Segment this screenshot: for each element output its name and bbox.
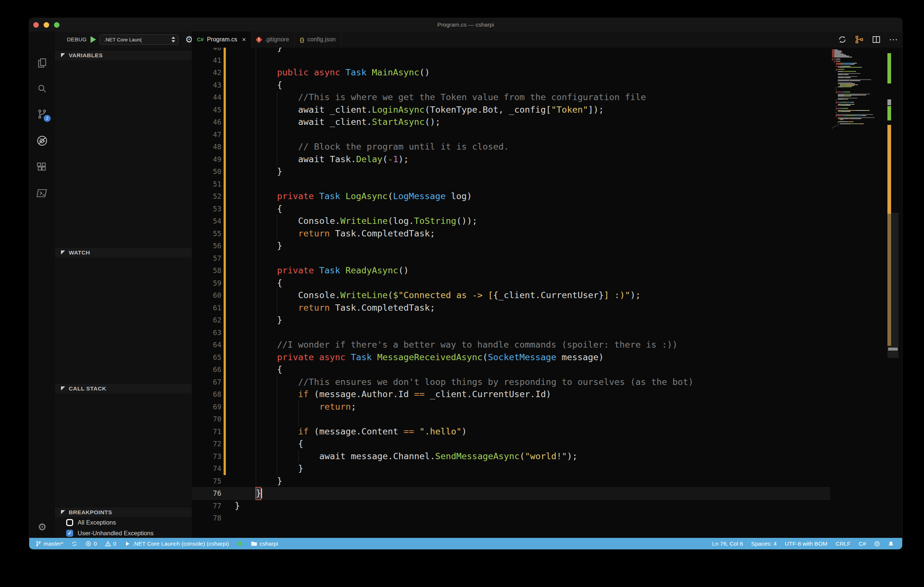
- code-line[interactable]: {: [277, 203, 282, 215]
- line-number[interactable]: 45: [199, 104, 221, 117]
- status-0[interactable]: 0: [101, 538, 120, 549]
- code-line[interactable]: //This ensures we don't loop things by r…: [298, 376, 694, 389]
- line-number[interactable]: 49: [199, 153, 221, 166]
- code-line[interactable]: // Block the program until it is closed.: [298, 141, 509, 153]
- status-bell[interactable]: [884, 538, 898, 549]
- status-utf-8-with-bom[interactable]: UTF-8 with BOM: [780, 538, 831, 549]
- extensions-icon[interactable]: [36, 161, 48, 173]
- debug-icon[interactable]: [36, 135, 48, 147]
- status-0[interactable]: 0: [81, 538, 101, 549]
- line-number[interactable]: 54: [199, 215, 221, 228]
- line-number[interactable]: 73: [199, 451, 221, 463]
- tab--gitignore[interactable]: .gitignore: [251, 31, 295, 48]
- launch-configuration-select[interactable]: .NET Core Laun(: [99, 35, 178, 45]
- line-number[interactable]: 74: [199, 462, 221, 475]
- checkbox-checked[interactable]: ✓: [66, 530, 73, 537]
- code-line[interactable]: //This is where we get the Token value f…: [298, 91, 646, 104]
- status-ln-76-col-6[interactable]: Ln 76, Col 6: [708, 538, 747, 549]
- source-control-icon[interactable]: 2: [36, 108, 48, 120]
- line-number[interactable]: 66: [199, 363, 221, 376]
- code-line[interactable]: await Task.Delay(-1);: [298, 153, 409, 166]
- code-line[interactable]: if (message.Content == ".hello"): [298, 426, 467, 438]
- line-number[interactable]: 55: [199, 228, 221, 240]
- code-line[interactable]: }: [235, 500, 240, 512]
- code-line[interactable]: {: [298, 438, 304, 451]
- line-number[interactable]: 57: [199, 252, 221, 265]
- status-net-core-launch-console-csharpi[interactable]: .NET Core Launch (console) (csharpi): [120, 538, 233, 549]
- line-number[interactable]: 78: [199, 512, 221, 525]
- code-line[interactable]: }: [277, 314, 282, 327]
- code-line[interactable]: }: [256, 487, 261, 500]
- code-line[interactable]: {: [277, 277, 282, 289]
- status-csharpi[interactable]: csharpi: [247, 538, 282, 549]
- code-line[interactable]: }: [298, 462, 304, 475]
- settings-gear-icon[interactable]: ⚙: [29, 521, 55, 533]
- section-breakpoints[interactable]: BREAKPOINTS: [55, 507, 192, 517]
- close-tab-icon[interactable]: ×: [242, 36, 246, 44]
- split-editor-icon[interactable]: [871, 35, 881, 45]
- line-number[interactable]: 40: [199, 48, 221, 54]
- code-line[interactable]: public async Task MainAsync(): [277, 66, 430, 79]
- line-number[interactable]: 44: [199, 91, 221, 104]
- editor-scrollbar[interactable]: [888, 213, 899, 358]
- line-number[interactable]: 58: [199, 265, 221, 277]
- line-number[interactable]: 52: [199, 190, 221, 203]
- code-line[interactable]: private Task LogAsync(LogMessage log): [277, 190, 472, 203]
- line-number[interactable]: 56: [199, 240, 221, 252]
- status-master[interactable]: master*: [31, 538, 67, 549]
- line-number[interactable]: 53: [199, 203, 221, 215]
- more-actions-icon[interactable]: ⋯: [888, 35, 899, 45]
- section-watch[interactable]: WATCH: [55, 247, 192, 258]
- line-number[interactable]: 48: [199, 141, 221, 153]
- code-line[interactable]: {: [277, 79, 282, 92]
- checkbox-unchecked[interactable]: [66, 519, 73, 526]
- code-line[interactable]: private Task ReadyAsync(): [277, 265, 409, 277]
- breakpoint-all-exceptions[interactable]: All Exceptions: [55, 518, 192, 528]
- line-number[interactable]: 77: [199, 500, 221, 512]
- status-sync[interactable]: [67, 538, 81, 549]
- breakpoint-user-unhandled[interactable]: ✓ User-Unhandled Exceptions: [55, 528, 192, 538]
- line-number[interactable]: 75: [199, 475, 221, 488]
- line-number[interactable]: 65: [199, 351, 221, 364]
- start-debug-button[interactable]: [91, 36, 96, 43]
- code-line[interactable]: await _client.StartAsync();: [298, 116, 441, 128]
- line-number[interactable]: 50: [199, 166, 221, 178]
- code-line[interactable]: {: [277, 363, 282, 376]
- code-line[interactable]: if (message.Author.Id == _client.Current…: [298, 388, 551, 401]
- line-number[interactable]: 43: [199, 79, 221, 92]
- line-number[interactable]: 68: [199, 388, 221, 401]
- line-number[interactable]: 46: [199, 116, 221, 128]
- code-editor[interactable]: 40}4142public async Task MainAsync()43{4…: [192, 48, 902, 538]
- code-line[interactable]: Console.WriteLine($"Connected as -> [{_c…: [298, 289, 641, 302]
- line-number[interactable]: 67: [199, 376, 221, 389]
- synchronize-icon[interactable]: [837, 35, 848, 45]
- line-number[interactable]: 62: [199, 314, 221, 327]
- tab-program-cs[interactable]: C#Program.cs×: [192, 31, 251, 48]
- code-line[interactable]: return;: [319, 401, 356, 413]
- line-number[interactable]: 61: [199, 302, 221, 314]
- section-variables[interactable]: VARIABLES: [55, 50, 192, 60]
- status-spaces-4[interactable]: Spaces: 4: [747, 538, 780, 549]
- line-number[interactable]: 71: [199, 426, 221, 438]
- explorer-icon[interactable]: [36, 57, 48, 69]
- code-line[interactable]: return Task.CompletedTask;: [298, 228, 436, 240]
- git-graph-icon[interactable]: [854, 35, 865, 45]
- line-number[interactable]: 64: [199, 339, 221, 351]
- code-line[interactable]: return Task.CompletedTask;: [298, 302, 436, 314]
- powershell-icon[interactable]: [36, 187, 48, 199]
- line-number[interactable]: 63: [199, 327, 221, 339]
- minimap[interactable]: [832, 48, 888, 203]
- line-number[interactable]: 70: [199, 413, 221, 426]
- code-line[interactable]: private async Task MessageReceivedAsync(…: [277, 351, 604, 364]
- line-number[interactable]: 41: [199, 54, 221, 67]
- line-number[interactable]: 51: [199, 178, 221, 191]
- code-line[interactable]: }: [277, 240, 282, 252]
- line-number[interactable]: 42: [199, 66, 221, 79]
- line-number[interactable]: 76: [199, 487, 221, 500]
- status-smiley[interactable]: [870, 538, 884, 549]
- status-flame[interactable]: [233, 538, 247, 549]
- code-line[interactable]: Console.WriteLine(log.ToString());: [298, 215, 477, 228]
- status-c#[interactable]: C#: [855, 538, 870, 549]
- line-number[interactable]: 59: [199, 277, 221, 289]
- search-icon[interactable]: [36, 83, 48, 95]
